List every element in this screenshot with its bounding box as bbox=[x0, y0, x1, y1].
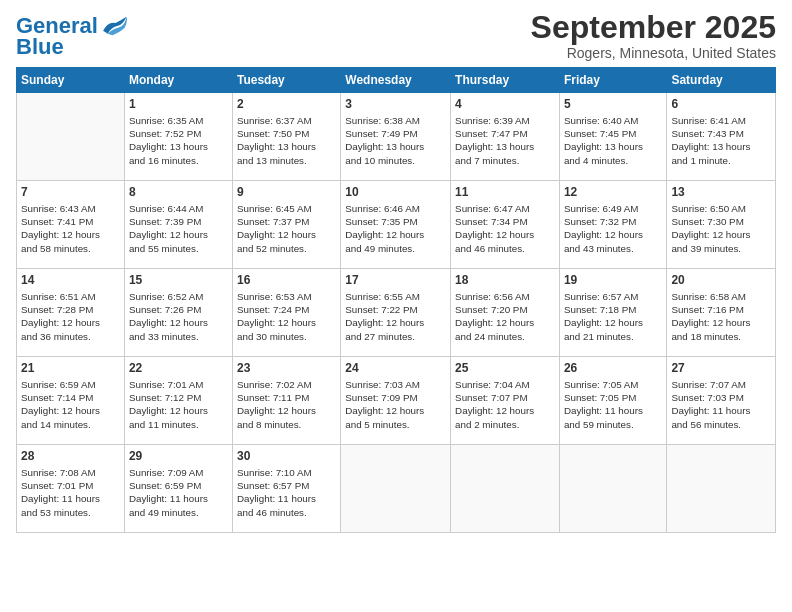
day-number: 1 bbox=[129, 96, 228, 113]
calendar-cell: 18Sunrise: 6:56 AMSunset: 7:20 PMDayligh… bbox=[451, 269, 560, 357]
day-number: 7 bbox=[21, 184, 120, 201]
calendar-cell: 4Sunrise: 6:39 AMSunset: 7:47 PMDaylight… bbox=[451, 93, 560, 181]
day-info: Sunrise: 6:43 AMSunset: 7:41 PMDaylight:… bbox=[21, 202, 120, 255]
day-number: 2 bbox=[237, 96, 336, 113]
day-number: 22 bbox=[129, 360, 228, 377]
weekday-header-wednesday: Wednesday bbox=[341, 68, 451, 93]
calendar-cell: 11Sunrise: 6:47 AMSunset: 7:34 PMDayligh… bbox=[451, 181, 560, 269]
day-info: Sunrise: 6:38 AMSunset: 7:49 PMDaylight:… bbox=[345, 114, 446, 167]
day-info: Sunrise: 6:46 AMSunset: 7:35 PMDaylight:… bbox=[345, 202, 446, 255]
day-info: Sunrise: 7:03 AMSunset: 7:09 PMDaylight:… bbox=[345, 378, 446, 431]
day-number: 16 bbox=[237, 272, 336, 289]
title-block: September 2025 Rogers, Minnesota, United… bbox=[531, 10, 776, 61]
week-row-4: 21Sunrise: 6:59 AMSunset: 7:14 PMDayligh… bbox=[17, 357, 776, 445]
day-number: 28 bbox=[21, 448, 120, 465]
day-info: Sunrise: 6:49 AMSunset: 7:32 PMDaylight:… bbox=[564, 202, 662, 255]
month-title: September 2025 bbox=[531, 10, 776, 45]
calendar-cell: 27Sunrise: 7:07 AMSunset: 7:03 PMDayligh… bbox=[667, 357, 776, 445]
calendar-cell: 6Sunrise: 6:41 AMSunset: 7:43 PMDaylight… bbox=[667, 93, 776, 181]
calendar-cell: 9Sunrise: 6:45 AMSunset: 7:37 PMDaylight… bbox=[232, 181, 340, 269]
day-info: Sunrise: 7:05 AMSunset: 7:05 PMDaylight:… bbox=[564, 378, 662, 431]
calendar-cell bbox=[341, 445, 451, 533]
calendar-cell: 16Sunrise: 6:53 AMSunset: 7:24 PMDayligh… bbox=[232, 269, 340, 357]
day-number: 3 bbox=[345, 96, 446, 113]
day-info: Sunrise: 6:50 AMSunset: 7:30 PMDaylight:… bbox=[671, 202, 771, 255]
location: Rogers, Minnesota, United States bbox=[531, 45, 776, 61]
week-row-5: 28Sunrise: 7:08 AMSunset: 7:01 PMDayligh… bbox=[17, 445, 776, 533]
calendar-cell bbox=[667, 445, 776, 533]
calendar-cell: 14Sunrise: 6:51 AMSunset: 7:28 PMDayligh… bbox=[17, 269, 125, 357]
day-info: Sunrise: 6:45 AMSunset: 7:37 PMDaylight:… bbox=[237, 202, 336, 255]
weekday-header-row: SundayMondayTuesdayWednesdayThursdayFrid… bbox=[17, 68, 776, 93]
day-info: Sunrise: 6:41 AMSunset: 7:43 PMDaylight:… bbox=[671, 114, 771, 167]
logo: General Blue bbox=[16, 14, 128, 60]
logo-bird-icon bbox=[100, 15, 128, 37]
week-row-2: 7Sunrise: 6:43 AMSunset: 7:41 PMDaylight… bbox=[17, 181, 776, 269]
day-number: 25 bbox=[455, 360, 555, 377]
week-row-3: 14Sunrise: 6:51 AMSunset: 7:28 PMDayligh… bbox=[17, 269, 776, 357]
calendar-cell: 5Sunrise: 6:40 AMSunset: 7:45 PMDaylight… bbox=[559, 93, 666, 181]
day-info: Sunrise: 7:10 AMSunset: 6:57 PMDaylight:… bbox=[237, 466, 336, 519]
weekday-header-tuesday: Tuesday bbox=[232, 68, 340, 93]
day-number: 6 bbox=[671, 96, 771, 113]
calendar-cell: 12Sunrise: 6:49 AMSunset: 7:32 PMDayligh… bbox=[559, 181, 666, 269]
calendar-cell bbox=[17, 93, 125, 181]
day-number: 15 bbox=[129, 272, 228, 289]
calendar-cell bbox=[451, 445, 560, 533]
week-row-1: 1Sunrise: 6:35 AMSunset: 7:52 PMDaylight… bbox=[17, 93, 776, 181]
day-info: Sunrise: 6:53 AMSunset: 7:24 PMDaylight:… bbox=[237, 290, 336, 343]
day-info: Sunrise: 6:59 AMSunset: 7:14 PMDaylight:… bbox=[21, 378, 120, 431]
calendar-cell: 28Sunrise: 7:08 AMSunset: 7:01 PMDayligh… bbox=[17, 445, 125, 533]
calendar-table: SundayMondayTuesdayWednesdayThursdayFrid… bbox=[16, 67, 776, 533]
calendar-cell: 17Sunrise: 6:55 AMSunset: 7:22 PMDayligh… bbox=[341, 269, 451, 357]
calendar-cell: 24Sunrise: 7:03 AMSunset: 7:09 PMDayligh… bbox=[341, 357, 451, 445]
weekday-header-saturday: Saturday bbox=[667, 68, 776, 93]
calendar-cell: 20Sunrise: 6:58 AMSunset: 7:16 PMDayligh… bbox=[667, 269, 776, 357]
calendar-cell: 29Sunrise: 7:09 AMSunset: 6:59 PMDayligh… bbox=[124, 445, 232, 533]
day-number: 11 bbox=[455, 184, 555, 201]
day-number: 21 bbox=[21, 360, 120, 377]
calendar-cell: 30Sunrise: 7:10 AMSunset: 6:57 PMDayligh… bbox=[232, 445, 340, 533]
calendar-cell: 22Sunrise: 7:01 AMSunset: 7:12 PMDayligh… bbox=[124, 357, 232, 445]
day-info: Sunrise: 6:40 AMSunset: 7:45 PMDaylight:… bbox=[564, 114, 662, 167]
day-info: Sunrise: 7:09 AMSunset: 6:59 PMDaylight:… bbox=[129, 466, 228, 519]
day-info: Sunrise: 6:58 AMSunset: 7:16 PMDaylight:… bbox=[671, 290, 771, 343]
calendar-cell: 3Sunrise: 6:38 AMSunset: 7:49 PMDaylight… bbox=[341, 93, 451, 181]
calendar-cell: 13Sunrise: 6:50 AMSunset: 7:30 PMDayligh… bbox=[667, 181, 776, 269]
day-number: 20 bbox=[671, 272, 771, 289]
day-info: Sunrise: 6:52 AMSunset: 7:26 PMDaylight:… bbox=[129, 290, 228, 343]
day-number: 17 bbox=[345, 272, 446, 289]
calendar-cell: 26Sunrise: 7:05 AMSunset: 7:05 PMDayligh… bbox=[559, 357, 666, 445]
calendar-cell: 25Sunrise: 7:04 AMSunset: 7:07 PMDayligh… bbox=[451, 357, 560, 445]
weekday-header-sunday: Sunday bbox=[17, 68, 125, 93]
day-number: 27 bbox=[671, 360, 771, 377]
calendar-cell: 23Sunrise: 7:02 AMSunset: 7:11 PMDayligh… bbox=[232, 357, 340, 445]
calendar-cell: 21Sunrise: 6:59 AMSunset: 7:14 PMDayligh… bbox=[17, 357, 125, 445]
day-info: Sunrise: 7:01 AMSunset: 7:12 PMDaylight:… bbox=[129, 378, 228, 431]
calendar-cell bbox=[559, 445, 666, 533]
day-info: Sunrise: 6:51 AMSunset: 7:28 PMDaylight:… bbox=[21, 290, 120, 343]
day-number: 30 bbox=[237, 448, 336, 465]
day-number: 29 bbox=[129, 448, 228, 465]
day-number: 14 bbox=[21, 272, 120, 289]
day-number: 13 bbox=[671, 184, 771, 201]
day-info: Sunrise: 7:02 AMSunset: 7:11 PMDaylight:… bbox=[237, 378, 336, 431]
calendar-cell: 7Sunrise: 6:43 AMSunset: 7:41 PMDaylight… bbox=[17, 181, 125, 269]
day-number: 26 bbox=[564, 360, 662, 377]
day-number: 12 bbox=[564, 184, 662, 201]
day-number: 4 bbox=[455, 96, 555, 113]
weekday-header-monday: Monday bbox=[124, 68, 232, 93]
page: General Blue September 2025 Rogers, Minn… bbox=[0, 0, 792, 612]
day-info: Sunrise: 6:55 AMSunset: 7:22 PMDaylight:… bbox=[345, 290, 446, 343]
calendar-cell: 15Sunrise: 6:52 AMSunset: 7:26 PMDayligh… bbox=[124, 269, 232, 357]
weekday-header-friday: Friday bbox=[559, 68, 666, 93]
calendar-cell: 1Sunrise: 6:35 AMSunset: 7:52 PMDaylight… bbox=[124, 93, 232, 181]
calendar-cell: 19Sunrise: 6:57 AMSunset: 7:18 PMDayligh… bbox=[559, 269, 666, 357]
day-number: 8 bbox=[129, 184, 228, 201]
day-info: Sunrise: 6:44 AMSunset: 7:39 PMDaylight:… bbox=[129, 202, 228, 255]
day-info: Sunrise: 6:56 AMSunset: 7:20 PMDaylight:… bbox=[455, 290, 555, 343]
day-number: 18 bbox=[455, 272, 555, 289]
day-number: 10 bbox=[345, 184, 446, 201]
day-info: Sunrise: 6:35 AMSunset: 7:52 PMDaylight:… bbox=[129, 114, 228, 167]
day-number: 5 bbox=[564, 96, 662, 113]
